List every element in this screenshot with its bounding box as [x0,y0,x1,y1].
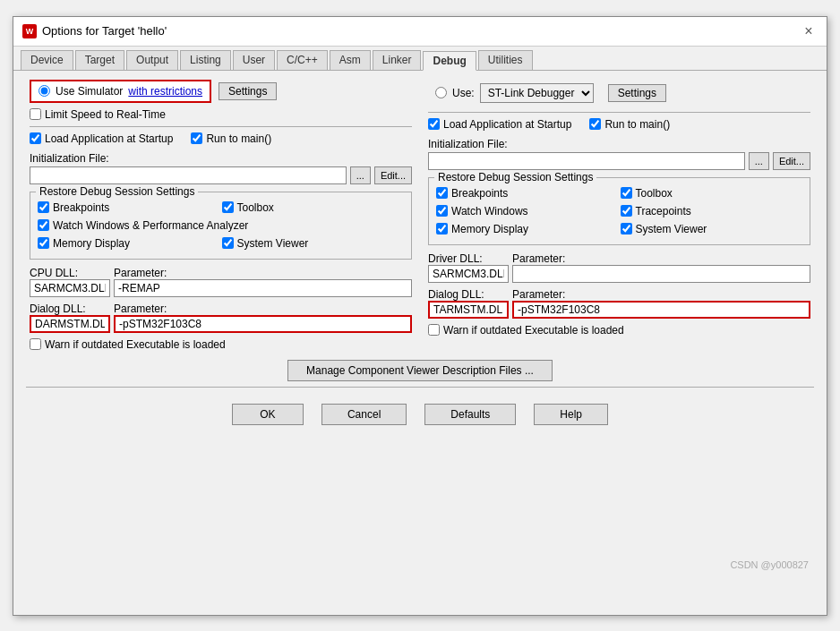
toolbox-checkbox-left[interactable] [222,201,234,213]
close-button[interactable]: × [800,22,818,40]
help-button[interactable]: Help [534,404,608,425]
init-edit-button-left[interactable]: Edit... [374,166,412,184]
dialog-dll-labels-row-right: Dialog DLL: Parameter: [428,288,810,301]
load-app-checkbox-left[interactable] [30,132,41,144]
use-debugger-row: Use: ST-Link Debugger Settings [428,80,810,107]
restore-group-right: Restore Debug Session Settings Breakpoin… [428,177,810,245]
right-column: Use: ST-Link Debugger Settings Lo [424,80,814,354]
watch-windows-label-right: Watch Windows [451,205,528,217]
simulator-settings-button[interactable]: Settings [219,82,277,100]
init-file-input-row-left: ... Edit... [30,166,412,184]
app-icon: W [22,24,37,38]
dialog-dll-input-right[interactable] [428,301,509,319]
run-to-main-label-right: Run to main() [604,118,670,131]
system-viewer-checkbox-right[interactable] [621,223,632,234]
dialog-param-input-left[interactable] [114,315,412,333]
with-restrictions-link[interactable]: with restrictions [128,85,202,98]
dialog-dll-label-left: Dialog DLL: [30,303,110,315]
init-browse-button-left[interactable]: ... [350,166,371,184]
run-to-main-label-left: Run to main() [206,132,271,145]
limit-speed-checkbox[interactable] [30,108,41,120]
toolbox-row-right: Toolbox [621,187,803,200]
bottom-buttons: OK Cancel Defaults Help [26,397,814,432]
restore-group-title-right: Restore Debug Session Settings [434,171,596,183]
init-file-input-left[interactable] [30,166,347,184]
tab-target[interactable]: Target [75,50,124,70]
load-app-checkbox-right[interactable] [428,118,440,130]
breakpoints-label-left: Breakpoints [53,201,109,214]
init-edit-button-right[interactable]: Edit... [773,152,810,170]
tab-linker[interactable]: Linker [373,50,422,70]
driver-dll-label: Driver DLL: [428,252,509,265]
cancel-button[interactable]: Cancel [321,404,407,425]
tabs-bar: Device Target Output Listing User C/C++ … [13,47,827,71]
load-run-row-right: Load Application at Startup Run to main(… [428,118,810,134]
init-file-label-left: Initialization File: [30,152,412,165]
cpu-dll-input[interactable] [30,279,110,297]
load-run-row-left: Load Application at Startup Run to main(… [30,132,412,149]
system-viewer-label-right: System Viewer [636,223,707,235]
run-to-main-checkbox-left[interactable] [191,132,202,144]
tracepoints-row-right: Tracepoints [621,205,803,217]
tab-cpp[interactable]: C/C++ [277,50,328,70]
memory-display-checkbox-left[interactable] [38,237,49,249]
tab-device[interactable]: Device [21,50,73,70]
use-radio[interactable] [435,87,447,98]
watermark: CSDN @y000827 [730,559,809,570]
dialog-dll-section-left: Dialog DLL: Parameter: [30,303,412,333]
memory-display-checkbox-right[interactable] [436,223,448,234]
toolbox-checkbox-right[interactable] [621,187,632,199]
warn-checkbox-right[interactable] [428,324,440,336]
restore-group-title-left: Restore Debug Session Settings [36,185,198,198]
watch-windows-checkbox-left[interactable] [38,219,49,231]
tab-asm[interactable]: Asm [330,50,371,70]
tab-user[interactable]: User [233,50,275,70]
debugger-settings-button[interactable]: Settings [608,84,666,102]
cpu-dll-section: CPU DLL: Parameter: [30,267,412,297]
warn-checkbox-left[interactable] [30,338,41,350]
use-simulator-radio[interactable] [39,85,50,97]
tracepoints-checkbox-right[interactable] [621,205,632,217]
dialog-title: Options for Target 'hello' [42,24,167,38]
system-viewer-checkbox-left[interactable] [222,237,234,249]
dialog-dll-input-left[interactable] [30,315,110,333]
watch-windows-checkbox-right[interactable] [436,205,448,217]
breakpoints-checkbox-left[interactable] [38,201,49,213]
init-file-input-right[interactable] [428,152,745,170]
breakpoints-checkbox-right[interactable] [436,187,448,199]
dialog-param-input-right[interactable] [512,301,810,319]
restore-group-content-left: Breakpoints Toolbox Watch Windows & Perf… [38,201,404,253]
driver-dll-input[interactable] [428,265,509,283]
restore-group-content-right: Breakpoints Toolbox Watch Windows [436,187,802,239]
watch-windows-row-right: Watch Windows [436,205,619,217]
restore-checkboxes-right: Breakpoints Toolbox Watch Windows [436,187,802,239]
breakpoints-label-right: Breakpoints [451,187,508,200]
cpu-param-input[interactable] [114,279,412,297]
driver-param-input[interactable] [512,265,810,283]
dialog-dll-label-right: Dialog DLL: [428,288,509,301]
init-browse-button-right[interactable]: ... [749,152,769,170]
driver-dll-inputs-row [428,265,810,283]
load-app-label-right: Load Application at Startup [443,118,571,131]
dialog-dll-section-right: Dialog DLL: Parameter: [428,288,810,319]
tab-utilities[interactable]: Utilities [478,50,533,70]
memory-display-label-left: Memory Display [53,237,130,250]
run-to-main-checkbox-right[interactable] [589,118,601,130]
tab-debug[interactable]: Debug [423,51,476,71]
tracepoints-label-right: Tracepoints [636,205,691,217]
tab-listing[interactable]: Listing [180,50,231,70]
load-app-row-right: Load Application at Startup [428,118,571,131]
warn-label-left: Warn if outdated Executable is loaded [45,338,226,351]
load-app-label-left: Load Application at Startup [45,132,173,145]
defaults-button[interactable]: Defaults [424,404,516,425]
cpu-dll-label: CPU DLL: [30,267,110,279]
cpu-dll-labels-row: CPU DLL: Parameter: [30,267,412,279]
left-column: Use Simulator with restrictions Settings… [26,80,416,354]
debugger-select[interactable]: ST-Link Debugger [480,83,594,103]
manage-component-button[interactable]: Manage Component Viewer Description File… [287,360,553,381]
limit-speed-label: Limit Speed to Real-Time [45,108,166,121]
dialog-dll-inputs-row-right [428,301,810,319]
ok-button[interactable]: OK [232,404,304,425]
breakpoints-row-left: Breakpoints [38,201,220,214]
tab-output[interactable]: Output [126,50,178,70]
